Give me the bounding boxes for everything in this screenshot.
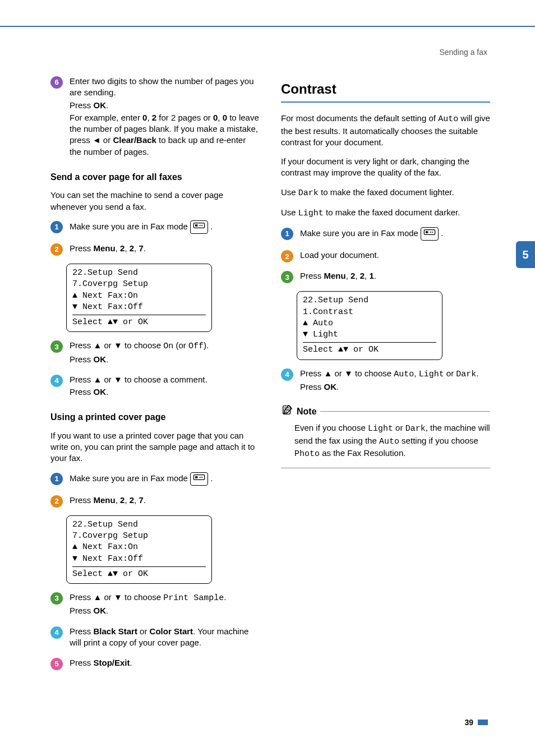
lcd-display-2: 22.Setup Send 7.Coverpg Setup ▲ Next Fax…: [66, 515, 212, 584]
contrast-step-2: 2 Load your document.: [281, 250, 490, 262]
step-number-4: 4: [50, 375, 63, 387]
subheading-send-all: Send a cover page for all faxes: [50, 171, 260, 183]
left-column: 6 Enter two digits to show the number of…: [50, 76, 260, 722]
step-number-5b: 5: [50, 658, 63, 670]
step-number-3b: 3: [50, 592, 63, 605]
contrast-step-4: 4 Press ▲ or ▼ to choose Auto, Light or …: [281, 368, 490, 394]
lcd-display-3: 22.Setup Send 1.Contrast ▲ Auto ▼ Light …: [297, 291, 442, 359]
svg-rect-5: [195, 476, 197, 478]
svg-point-7: [201, 477, 202, 478]
contrast-step2-text: Load your document.: [300, 250, 490, 261]
svg-rect-9: [426, 231, 428, 233]
printed-step-4: 4 Press Black Start or Color Start. Your…: [50, 626, 260, 650]
printed-step-5: 5 Press Stop/Exit.: [50, 657, 260, 670]
note-body: Even if you choose Light or Dark, the ma…: [281, 422, 490, 460]
page-number: 39: [464, 718, 473, 727]
step-number-2: 2: [50, 243, 63, 256]
lcd2-l2: 7.Coverpg Setup: [72, 531, 206, 542]
printed-step3-line2: Press OK.: [70, 605, 260, 616]
all-step-4: 4 Press ▲ or ▼ to choose a comment. Pres…: [50, 374, 260, 399]
all-step-3: 3 Press ▲ or ▼ to choose On (or Off). Pr…: [50, 340, 260, 366]
lcd2-l4: ▼ Next Fax:Off: [72, 554, 206, 565]
contrast-step-3: 3 Press Menu, 2, 2, 1.: [281, 270, 490, 283]
step-number-1b: 1: [50, 473, 63, 485]
contrast-p1: For most documents the default setting o…: [281, 113, 490, 148]
lcd3-l1: 22.Setup Send: [303, 295, 436, 306]
section-heading-contrast: Contrast: [281, 80, 490, 98]
lcd3-l5: Select ▲▼ or OK: [303, 344, 436, 356]
step-number-1c: 1: [281, 228, 293, 240]
contrast-p2: If your document is very light or dark, …: [281, 156, 490, 179]
fax-mode-icon: [421, 227, 439, 241]
right-column: Contrast For most documents the default …: [281, 76, 490, 722]
chapter-tab: 5: [516, 241, 535, 268]
step-number-2b: 2: [50, 495, 63, 508]
footer-bar: [478, 720, 488, 725]
contrast-step4-line1: Press ▲ or ▼ to choose Auto, Light or Da…: [300, 368, 490, 380]
note-text: Even if you choose Light or Dark, the ma…: [294, 422, 490, 460]
step-number-4b: 4: [50, 626, 63, 639]
all-step4-line1: Press ▲ or ▼ to choose a comment.: [70, 374, 260, 385]
lcd2-l1: 22.Setup Send: [72, 519, 206, 531]
sub2-intro: If you want to use a printed cover page …: [50, 430, 260, 464]
step6-line2: Press OK.: [70, 100, 260, 111]
contrast-p4: Use Light to make the faxed document dar…: [281, 207, 490, 219]
step6-line1: Enter two digits to show the number of p…: [70, 76, 260, 99]
contrast-step1-text: Make sure you are in Fax mode .: [300, 227, 490, 241]
printed-step5-text: Press Stop/Exit.: [70, 657, 260, 669]
all-step-2: 2 Press Menu, 2, 2, 7.: [50, 243, 260, 256]
lcd3-l4: ▼ Light: [303, 329, 436, 340]
lcd2-sep: [72, 566, 206, 567]
all-step2-text: Press Menu, 2, 2, 7.: [70, 243, 260, 254]
svg-point-6: [200, 477, 201, 478]
running-header: Sending a fax: [439, 48, 487, 57]
page-body: 6 Enter two digits to show the number of…: [50, 76, 490, 722]
note-rule: [320, 411, 490, 412]
contrast-step-1: 1 Make sure you are in Fax mode .: [281, 227, 490, 242]
svg-point-2: [200, 225, 201, 226]
svg-rect-1: [195, 224, 197, 227]
svg-point-3: [201, 225, 202, 226]
subheading-printed-cover: Using a printed cover page: [50, 411, 260, 423]
svg-point-10: [430, 232, 431, 233]
step-number-4c: 4: [281, 368, 293, 381]
step6-line3: For example, enter 0, 2 for 2 pages or 0…: [70, 112, 260, 158]
fax-mode-icon: [190, 220, 208, 234]
all-step-1: 1 Make sure you are in Fax mode .: [50, 220, 260, 235]
contrast-p3: Use Dark to make the faxed document ligh…: [281, 187, 490, 199]
lcd-display-1: 22.Setup Send 7.Coverpg Setup ▲ Next Fax…: [66, 264, 212, 332]
all-step1-text: Make sure you are in Fax mode .: [70, 220, 260, 234]
printed-step-3: 3 Press ▲ or ▼ to choose Print Sample. P…: [50, 592, 260, 618]
lcd2-l3: ▲ Next Fax:On: [72, 542, 206, 553]
lcd1-l3: ▲ Next Fax:On: [72, 291, 206, 302]
contrast-step3-text: Press Menu, 2, 2, 1.: [300, 270, 490, 282]
lcd1-l4: ▼ Next Fax:Off: [72, 302, 206, 313]
step-number-3c: 3: [281, 271, 293, 283]
printed-step3-line1: Press ▲ or ▼ to choose Print Sample.: [70, 592, 260, 604]
note-header: Note: [281, 404, 490, 419]
lcd3-sep: [303, 342, 436, 343]
printed-step1-text: Make sure you are in Fax mode .: [70, 472, 260, 486]
section-rule: [281, 102, 490, 103]
lcd1-l5: Select ▲▼ or OK: [72, 317, 206, 328]
all-step4-line2: Press OK.: [70, 386, 260, 398]
svg-point-11: [432, 232, 433, 233]
step-6: 6 Enter two digits to show the number of…: [50, 76, 260, 159]
step-number-3: 3: [50, 340, 63, 353]
lcd3-l2: 1.Contrast: [303, 307, 436, 318]
note-end-rule: [281, 468, 490, 468]
printed-step-2: 2 Press Menu, 2, 2, 7.: [50, 495, 260, 508]
lcd1-l2: 7.Coverpg Setup: [72, 279, 206, 290]
step-number-2c: 2: [281, 250, 293, 262]
fax-mode-icon: [190, 472, 208, 486]
printed-step2-text: Press Menu, 2, 2, 7.: [70, 495, 260, 506]
all-step3-line1: Press ▲ or ▼ to choose On (or Off).: [70, 340, 260, 352]
note-label: Note: [297, 405, 317, 418]
lcd3-l3: ▲ Auto: [303, 318, 436, 329]
printed-step4-text: Press Black Start or Color Start. Your m…: [70, 626, 260, 649]
lcd2-l5: Select ▲▼ or OK: [72, 569, 206, 580]
sub1-intro: You can set the machine to send a cover …: [50, 190, 260, 213]
printed-step-1: 1 Make sure you are in Fax mode .: [50, 472, 260, 487]
lcd1-l1: 22.Setup Send: [72, 268, 206, 279]
note-icon: [281, 404, 293, 419]
